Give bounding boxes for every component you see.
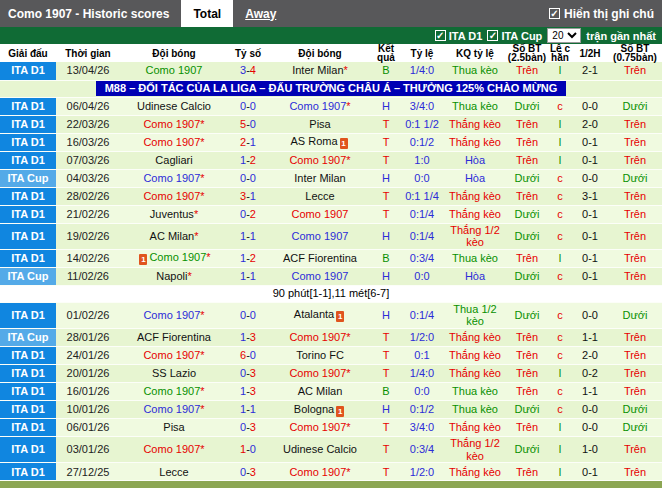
half-score-cell: 0-0 <box>572 302 608 328</box>
score-cell: 0-3 <box>228 419 268 437</box>
odds-result-text: Thắng kèo <box>449 367 501 379</box>
score-cell: 3-1 <box>228 187 268 205</box>
result-letter: T <box>383 208 390 220</box>
away-goals: 3 <box>250 367 256 379</box>
half-score-cell: 0-1 <box>572 151 608 169</box>
over-under-25-text: Trên <box>516 64 538 76</box>
team-name: Como 1907 <box>289 466 346 478</box>
odds-cell: 1/2:0 <box>400 329 444 347</box>
result-letter: T <box>383 190 390 202</box>
favorite-star: * <box>194 230 198 242</box>
team-name: Udinese Calcio <box>137 100 211 112</box>
table-row: ITA D122/03/26Como 1907*5-0PisaT0:1 1/2T… <box>0 115 662 133</box>
date-cell: 06/04/26 <box>56 97 120 115</box>
over-under-075-text: Trên <box>624 443 646 455</box>
home-team-cell: SS Lazio <box>120 365 228 383</box>
result-cell: T <box>372 365 400 383</box>
league-badge: ITA D1 <box>0 437 56 463</box>
checkbox-icon[interactable]: ✓ <box>549 8 560 19</box>
odds-cell: 0:0 <box>400 267 444 285</box>
over-under-25-text: Trên <box>516 331 538 343</box>
score-cell: 1-1 <box>228 401 268 419</box>
tab-away[interactable]: Away <box>233 0 288 27</box>
odd-even-cell: c <box>548 383 572 401</box>
half-score-cell: 0-1 <box>572 133 608 151</box>
date-cell: 27/12/25 <box>56 463 120 481</box>
away-goals: 1 <box>250 136 256 148</box>
result-cell: T <box>372 205 400 223</box>
team-name: Como 1907 <box>143 190 200 202</box>
odds-result-cell: Thắng kèo <box>444 115 506 133</box>
odds-result-cell: Thua kèo <box>444 97 506 115</box>
score-cell: 6-0 <box>228 347 268 365</box>
league-badge: ITA D1 <box>0 365 56 383</box>
away-team-cell: Como 1907 <box>268 223 372 249</box>
odds-result-text: Thua kèo <box>452 403 498 415</box>
half-score-cell: 0-0 <box>572 97 608 115</box>
result-letter: T <box>383 136 390 148</box>
team-name: Como 1907 <box>289 421 346 433</box>
over-under-075-text: Trên <box>624 64 646 76</box>
odd-even-cell: c <box>548 302 572 328</box>
away-goals: 2 <box>250 208 256 220</box>
score-cell: 0-0 <box>228 169 268 187</box>
league-badge: ITA D1 <box>0 133 56 151</box>
home-team-cell: Como 1907* <box>120 115 228 133</box>
away-goals: 0 <box>250 309 256 321</box>
promo-banner[interactable]: M88 – ĐỐI TÁC CỦA LA LIGA – ĐẤU TRƯỜNG C… <box>96 81 567 96</box>
odd-even-cell: c <box>548 347 572 365</box>
over-under-075-cell: Trên <box>608 365 662 383</box>
odd-even-text: c <box>557 349 563 361</box>
half-score-cell: 0-0 <box>572 419 608 437</box>
home-team-cell: Como 1907* <box>120 133 228 151</box>
league-badge: ITA D1 <box>0 205 56 223</box>
over-under-25-text: Trên <box>516 367 538 379</box>
match-count-select[interactable]: 20 <box>547 28 581 43</box>
favorite-star: * <box>346 466 350 478</box>
score-cell: 0-3 <box>228 365 268 383</box>
team-name: Como 1907 <box>289 154 346 166</box>
table-row: ITA D113/04/26Como 19073-4Inter Milan*B1… <box>0 62 662 80</box>
team-name: Como 1907 <box>143 136 200 148</box>
away-goals: 4 <box>250 64 256 76</box>
odd-even-cell: c <box>548 97 572 115</box>
penalty-note-row: 90 phút[1-1],11 mét[6-7] <box>0 285 662 302</box>
tab-total[interactable]: Total <box>181 0 233 27</box>
odd-even-cell: l <box>548 62 572 80</box>
results-table: Giải đấuThời gianĐội bóngTỷ sốĐội bóngKế… <box>0 44 662 481</box>
table-row: ITA D101/02/26Como 1907*0-0Atalanta1H0:1… <box>0 302 662 328</box>
odd-even-cell: l <box>548 419 572 437</box>
odds-result-cell: Thua kèo <box>444 249 506 267</box>
column-header: Số BT (0.75bàn) <box>608 44 662 62</box>
result-letter: T <box>383 421 390 433</box>
away-goals: 2 <box>250 154 256 166</box>
odd-even-cell: l <box>548 463 572 481</box>
favorite-star: * <box>200 309 204 321</box>
odds-cell: 0:3/4 <box>400 249 444 267</box>
team-name: Inter Milan <box>292 64 343 76</box>
away-goals: 1 <box>250 230 256 242</box>
ita-cup-checkbox[interactable]: ✓ ITA Cup <box>487 30 542 42</box>
half-score-cell: 1-0 <box>572 437 608 463</box>
checkbox-icon[interactable]: ✓ <box>435 30 446 41</box>
team-name: Como 1907 <box>149 251 206 263</box>
date-cell: 01/02/26 <box>56 302 120 328</box>
over-under-075-text: Trên <box>624 118 646 130</box>
date-cell: 21/02/26 <box>56 205 120 223</box>
over-under-075-cell: Trên <box>608 133 662 151</box>
result-letter: B <box>382 385 389 397</box>
over-under-cell: Trên <box>506 365 548 383</box>
odd-even-cell: c <box>548 329 572 347</box>
result-cell: B <box>372 249 400 267</box>
header-row: Giải đấuThời gianĐội bóngTỷ sốĐội bóngKế… <box>0 44 662 62</box>
odds-result-cell: Thua kèo <box>444 401 506 419</box>
date-cell: 10/01/26 <box>56 401 120 419</box>
odds-result-text: Thua 1/2 kèo <box>453 303 496 328</box>
league-badge: ITA D1 <box>0 249 56 267</box>
show-notes-checkbox[interactable]: ✓ Hiển thị ghi chú <box>549 0 662 27</box>
odds-result-text: Thắng kèo <box>449 349 501 361</box>
result-cell: H <box>372 401 400 419</box>
score-cell: 0-0 <box>228 302 268 328</box>
checkbox-icon[interactable]: ✓ <box>487 30 498 41</box>
ita-d1-checkbox[interactable]: ✓ ITA D1 <box>435 30 483 42</box>
